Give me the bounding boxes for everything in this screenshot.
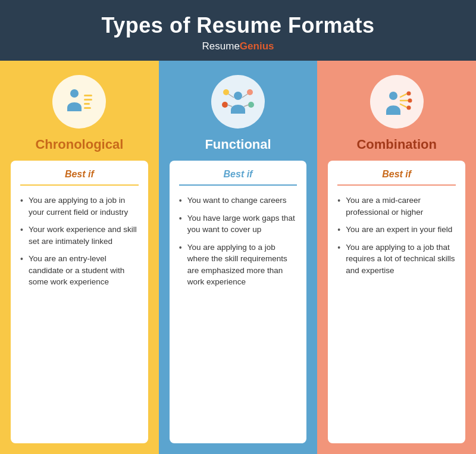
brand: ResumeGenius: [12, 40, 464, 52]
chronological-list: You are applying to a job in your curren…: [20, 192, 139, 291]
svg-rect-1: [84, 95, 92, 96]
list-item: You are an expert in your field: [337, 221, 456, 239]
header: Types of Resume Formats ResumeGenius: [0, 0, 476, 61]
svg-point-8: [222, 102, 228, 108]
columns-container: Chronological Best if You are applying t…: [0, 61, 476, 454]
svg-line-15: [400, 93, 408, 97]
svg-line-12: [227, 105, 232, 107]
svg-point-0: [70, 89, 79, 98]
svg-line-17: [400, 104, 408, 108]
svg-point-19: [408, 99, 412, 103]
combination-icon-circle: [370, 75, 424, 129]
svg-point-14: [389, 92, 397, 100]
list-item: You have large work gaps that you want t…: [179, 209, 298, 239]
functional-icon-circle: [211, 75, 265, 129]
svg-point-20: [406, 106, 411, 110]
chronological-icon: [61, 84, 97, 120]
svg-rect-4: [84, 107, 91, 109]
svg-rect-3: [84, 103, 90, 105]
column-chronological: Chronological Best if You are applying t…: [0, 61, 159, 454]
chronological-title: Chronological: [35, 137, 123, 152]
combination-list: You are a mid-career professional or hig…: [337, 192, 456, 279]
brand-resume: Resume: [202, 40, 240, 52]
list-item: Your work experience and skill set are i…: [20, 221, 139, 250]
svg-line-11: [242, 94, 248, 98]
page-title: Types of Resume Formats: [12, 13, 464, 38]
list-item: You want to change careers: [179, 192, 298, 209]
list-item: You are applying to a job that requires …: [337, 239, 456, 280]
list-item: You are applying to a job where the skil…: [179, 239, 298, 291]
chronological-best-if-label: Best if: [20, 169, 139, 186]
combination-best-if-label: Best if: [337, 169, 456, 186]
functional-best-if-label: Best if: [179, 169, 298, 186]
svg-point-6: [223, 89, 229, 95]
functional-title: Functional: [205, 137, 271, 152]
column-combination: Combination Best if You are a mid-career…: [317, 61, 476, 454]
svg-point-5: [234, 92, 242, 100]
functional-card: Best if You want to change careers You h…: [170, 161, 307, 443]
list-item: You are a mid-career professional or hig…: [337, 192, 456, 221]
list-item: You are applying to a job in your curren…: [20, 192, 139, 221]
functional-list: You want to change careers You have larg…: [179, 192, 298, 291]
svg-point-18: [406, 92, 411, 96]
svg-line-10: [228, 94, 234, 98]
combination-title: Combination: [356, 137, 436, 152]
list-item: You are an entry-level candidate or a st…: [20, 250, 139, 291]
column-functional: Functional Best if You want to change ca…: [159, 61, 318, 454]
svg-line-13: [244, 105, 249, 107]
combination-card: Best if You are a mid-career professiona…: [328, 161, 465, 443]
svg-rect-2: [84, 99, 92, 101]
svg-point-9: [248, 102, 254, 108]
functional-icon: [220, 84, 256, 120]
brand-genius: Genius: [240, 40, 274, 52]
chronological-icon-circle: [52, 75, 106, 129]
chronological-card: Best if You are applying to a job in you…: [11, 161, 148, 443]
svg-point-7: [247, 89, 253, 95]
combination-icon: [379, 84, 415, 120]
